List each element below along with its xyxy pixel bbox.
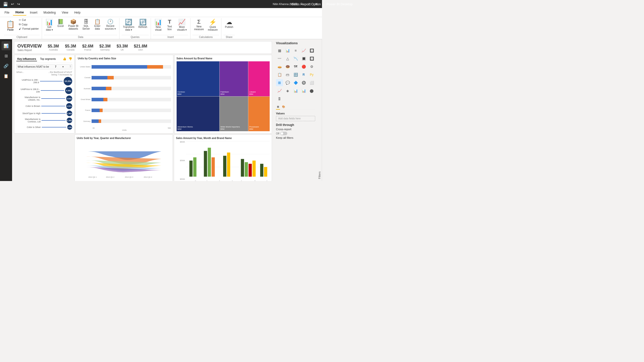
tree-contoso[interactable]: Contoso $9M (177, 61, 219, 96)
viz-key-influencers[interactable]: 📊 (292, 87, 299, 94)
menu-insert[interactable]: Insert (27, 10, 40, 15)
viz-funnel[interactable]: 🔴 (300, 63, 307, 70)
viz-shape[interactable]: 🔘 (300, 79, 307, 86)
format-tab[interactable]: 🎨 (281, 104, 286, 110)
sidebar-icon-data[interactable]: ⊞ (2, 51, 11, 60)
viz-scatter[interactable]: 📉 (292, 55, 299, 62)
svg-rect-8 (193, 157, 196, 177)
x-2013mar: 2013 Mar (262, 180, 268, 181)
sales-bars-area (186, 141, 270, 180)
more-visuals-button[interactable]: 📈 Morevisuals ▾ (176, 18, 188, 32)
viz-filled-map[interactable]: 🗺 (292, 63, 299, 70)
viz-multirow-card[interactable]: 🗃 (284, 71, 291, 78)
viz-stacked-bar[interactable]: ▦ (276, 47, 283, 54)
viz-decomposition[interactable]: ◈ (284, 87, 291, 94)
menu-view[interactable]: View (59, 10, 71, 15)
excel-button[interactable]: 📗 Excel (56, 18, 66, 28)
ki-thumbs-down[interactable]: 👎 (68, 57, 72, 61)
svg-rect-12 (223, 156, 226, 177)
treemap[interactable]: Contoso $9M Fabrikam $5M Litware $5M A (177, 61, 270, 131)
viz-paginated[interactable]: 🎛 (276, 95, 283, 102)
ki-tab-segments[interactable]: Top segments (39, 57, 57, 61)
menu-help[interactable]: Help (72, 10, 83, 15)
ki-thumbs-up[interactable]: 👍 (63, 57, 66, 61)
viz-kpi[interactable]: 🔢 (292, 71, 299, 78)
viz-pie-chart[interactable]: 🔳 (300, 55, 307, 62)
viz-ai-insights[interactable]: 📈 (276, 87, 283, 94)
ki-line-1 (40, 81, 63, 81)
copy-button[interactable]: ⧉ Copy (18, 22, 40, 26)
viz-column-chart[interactable]: 📊 (284, 47, 291, 54)
publish-button[interactable]: ☁ Publish (223, 18, 235, 29)
quick-measure-button[interactable]: ⚡ Quickmeasure (206, 18, 219, 32)
sql-server-button[interactable]: 🗄 SQLServer (81, 18, 91, 31)
new-measure-button[interactable]: Σ Newmeasure (192, 18, 205, 32)
ki-question[interactable]: What influences NSAT to be 7 ▾ ? (16, 64, 72, 69)
toggle-track[interactable] (280, 132, 287, 135)
get-data-button[interactable]: 📊 Getdata ▾ (44, 18, 55, 32)
svg-text:2014 Qtr 3: 2014 Qtr 3 (125, 176, 133, 178)
stat-australia: $5.3M Australia (48, 44, 59, 51)
viz-ribbon-chart[interactable]: 〰 (276, 55, 283, 62)
units-x-label: Units (78, 129, 171, 131)
viz-matrix[interactable]: 💬 (284, 79, 291, 86)
menu-file[interactable]: File (2, 10, 12, 15)
ki-header-row: When... ...the likelihood of NSAT being … (16, 71, 72, 76)
copy-icon: ⧉ (19, 23, 21, 26)
enter-data-button[interactable]: 📋 Enterdata (92, 18, 102, 31)
viz-line-chart[interactable]: 📈 (300, 47, 307, 54)
new-visual-button[interactable]: 📊 Newvisual (153, 18, 164, 32)
power-bi-datasets-button[interactable]: 📦 Power BIdatasets (67, 18, 80, 31)
ki-tab-influencers[interactable]: Key influencers (16, 57, 37, 61)
viz-gauge[interactable]: ⚙ (308, 63, 315, 70)
undo-icon[interactable]: ↩ (11, 2, 14, 6)
viz-area-chart[interactable]: 🔲 (308, 47, 315, 54)
recent-sources-button[interactable]: 🕐 Recentsources ▾ (103, 18, 117, 31)
viz-python[interactable]: Py (308, 71, 315, 78)
viz-image[interactable]: ⬜ (308, 79, 315, 86)
calculations-label: Calculations (192, 35, 219, 39)
tree-fabrikam[interactable]: Fabrikam $5M (220, 61, 248, 96)
viz-smart-narrative[interactable]: ⬤ (308, 87, 315, 94)
tree-proseware[interactable]: Proseware $5M (248, 97, 270, 131)
sidebar-icon-report[interactable]: 📊 (2, 41, 11, 50)
format-painter-button[interactable]: 🖌 Format painter (18, 27, 40, 31)
viz-map[interactable]: 🍩 (284, 63, 291, 70)
cut-button[interactable]: ✂ Cut (18, 18, 40, 22)
redo-icon[interactable]: ↪ (17, 2, 20, 6)
filters-tab[interactable]: Filters (317, 39, 322, 181)
add-data-fields[interactable]: Add data fields here (276, 116, 315, 121)
viz-waterfall[interactable]: △ (284, 55, 291, 62)
tree-adventure[interactable]: Adventure Works $6M (177, 97, 219, 131)
tree-wwi[interactable]: Wide World Importers $5M (220, 97, 248, 131)
tree-litware[interactable]: Litware $5M (248, 61, 270, 96)
viz-bar-chart[interactable]: ≡ (292, 47, 299, 54)
power-bi-datasets-icon: 📦 (70, 19, 76, 24)
viz-qa[interactable]: 📊 (300, 87, 307, 94)
ki-label-3: Manufacturer is Litware, Inc. (16, 96, 40, 101)
ki-line-3 (41, 98, 65, 99)
cross-report-toggle[interactable]: Off (276, 132, 315, 135)
menu-home[interactable]: Home (13, 10, 26, 16)
build-tab[interactable]: ⊞ (276, 104, 280, 110)
viz-card[interactable]: 📋 (276, 71, 283, 78)
viz-slicer[interactable]: 🔷 (292, 79, 299, 86)
paste-button[interactable]: 📋 Paste (5, 19, 16, 32)
charts-row-1: Key influencers Top segments 👍 👎 What in… (14, 55, 272, 133)
viz-r-script[interactable]: R (300, 71, 307, 78)
viz-donut[interactable]: 🔲 (308, 55, 315, 62)
transform-data-button[interactable]: 🔄 Transformdata ▾ (122, 18, 136, 32)
refresh-button[interactable]: 🔃 Refresh (137, 18, 149, 29)
stat-germany-value: $2.3M (99, 44, 110, 49)
menu-modeling[interactable]: Modeling (41, 10, 58, 15)
sidebar-icon-model[interactable]: 🔗 (2, 61, 11, 70)
report-canvas: OVERVIEW Sales Report $5.3M Australia $5… (12, 39, 274, 181)
save-icon[interactable]: 💾 (3, 2, 8, 7)
text-box-button[interactable]: T Textbox (165, 18, 175, 32)
stat-germany: $2.3M Germany (99, 44, 110, 51)
sidebar-icon-metrics[interactable]: 📋 (2, 71, 11, 80)
viz-treemap[interactable]: 🥧 (276, 63, 283, 70)
sales-chart-area: $600K $550K $500K (176, 141, 270, 180)
viz-table[interactable]: ⊞ (276, 79, 283, 86)
transform-data-label: Transformdata ▾ (123, 26, 134, 31)
